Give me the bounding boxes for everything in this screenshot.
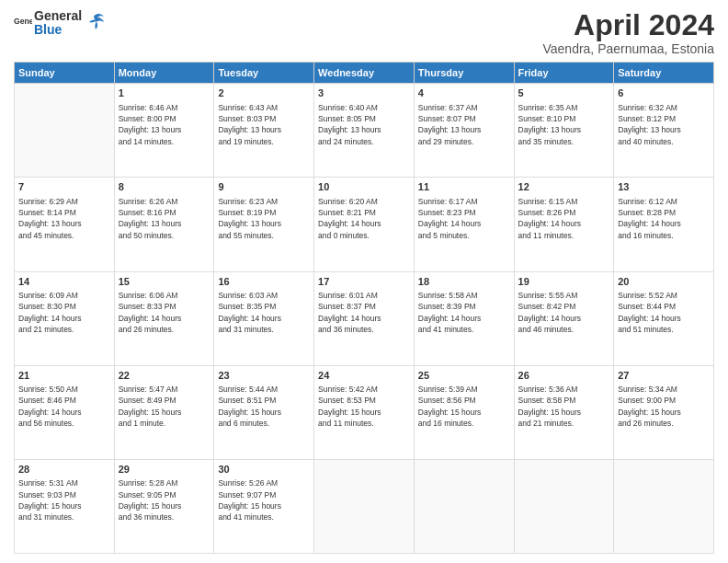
daylight-text: Daylight: 15 hours [18, 500, 110, 511]
daylight-text: and 26 minutes. [618, 418, 710, 429]
sunset-text: Sunset: 8:03 PM [218, 113, 310, 124]
sunset-text: Sunset: 8:19 PM [218, 207, 310, 218]
daylight-text: Daylight: 13 hours [518, 124, 610, 135]
calendar-week-row: 28Sunrise: 5:31 AMSunset: 9:03 PMDayligh… [15, 459, 714, 553]
day-info: Sunrise: 6:35 AMSunset: 8:10 PMDaylight:… [518, 102, 610, 147]
daylight-text: Daylight: 14 hours [318, 313, 410, 324]
calendar-cell: 21Sunrise: 5:50 AMSunset: 8:46 PMDayligh… [15, 365, 115, 459]
daylight-text: Daylight: 14 hours [119, 313, 210, 324]
sunset-text: Sunset: 8:14 PM [18, 207, 110, 218]
weekday-header: Wednesday [314, 63, 415, 84]
daylight-text: and 41 minutes. [418, 324, 510, 335]
day-number: 22 [119, 369, 210, 383]
sunrise-text: Sunrise: 6:03 AM [218, 290, 310, 301]
sunrise-text: Sunrise: 5:47 AM [119, 384, 210, 395]
sunset-text: Sunset: 8:00 PM [119, 113, 210, 124]
day-info: Sunrise: 5:34 AMSunset: 9:00 PMDaylight:… [618, 384, 710, 429]
daylight-text: Daylight: 13 hours [318, 124, 410, 135]
sunrise-text: Sunrise: 5:58 AM [418, 290, 510, 301]
page: General General Blue April 2024 Vaendra,… [0, 0, 728, 563]
daylight-text: and 41 minutes. [218, 511, 310, 523]
calendar-cell: 12Sunrise: 6:15 AMSunset: 8:26 PMDayligh… [514, 178, 614, 271]
sunrise-text: Sunrise: 6:29 AM [18, 196, 110, 207]
day-info: Sunrise: 5:39 AMSunset: 8:56 PMDaylight:… [418, 384, 510, 429]
sunset-text: Sunset: 8:51 PM [218, 395, 310, 406]
day-info: Sunrise: 6:32 AMSunset: 8:12 PMDaylight:… [618, 102, 710, 147]
sunset-text: Sunset: 9:00 PM [618, 395, 710, 406]
daylight-text: and 0 minutes. [318, 230, 410, 241]
sunrise-text: Sunrise: 5:50 AM [18, 384, 110, 395]
daylight-text: and 19 minutes. [218, 136, 310, 147]
day-info: Sunrise: 6:03 AMSunset: 8:35 PMDaylight:… [218, 290, 310, 335]
day-info: Sunrise: 6:29 AMSunset: 8:14 PMDaylight:… [18, 196, 110, 241]
daylight-text: Daylight: 14 hours [518, 218, 610, 229]
calendar-cell: 17Sunrise: 6:01 AMSunset: 8:37 PMDayligh… [314, 271, 415, 365]
sunset-text: Sunset: 8:10 PM [518, 113, 610, 124]
sunrise-text: Sunrise: 5:42 AM [318, 384, 410, 395]
daylight-text: and 35 minutes. [518, 136, 610, 147]
daylight-text: Daylight: 13 hours [218, 218, 310, 229]
calendar-table: SundayMondayTuesdayWednesdayThursdayFrid… [14, 62, 714, 554]
weekday-header: Thursday [414, 63, 514, 84]
calendar-cell: 2Sunrise: 6:43 AMSunset: 8:03 PMDaylight… [214, 84, 314, 178]
day-info: Sunrise: 5:31 AMSunset: 9:03 PMDaylight:… [18, 477, 110, 523]
daylight-text: and 1 minute. [119, 418, 210, 429]
day-info: Sunrise: 5:52 AMSunset: 8:44 PMDaylight:… [618, 290, 710, 335]
day-number: 27 [618, 369, 710, 383]
sunset-text: Sunset: 8:49 PM [119, 395, 210, 406]
sunrise-text: Sunrise: 6:46 AM [119, 102, 210, 113]
daylight-text: Daylight: 13 hours [119, 124, 210, 135]
day-info: Sunrise: 5:42 AMSunset: 8:53 PMDaylight:… [318, 384, 410, 429]
day-number: 9 [218, 180, 310, 194]
calendar-cell: 29Sunrise: 5:28 AMSunset: 9:05 PMDayligh… [114, 459, 214, 553]
day-info: Sunrise: 5:47 AMSunset: 8:49 PMDaylight:… [119, 384, 210, 429]
day-number: 12 [518, 180, 610, 194]
daylight-text: and 36 minutes. [318, 324, 410, 335]
sunset-text: Sunset: 8:53 PM [318, 395, 410, 406]
sunset-text: Sunset: 8:42 PM [518, 301, 610, 312]
day-number: 7 [18, 180, 110, 194]
calendar-cell [614, 459, 714, 553]
calendar-cell: 10Sunrise: 6:20 AMSunset: 8:21 PMDayligh… [314, 178, 415, 271]
daylight-text: and 56 minutes. [18, 418, 110, 429]
day-info: Sunrise: 6:17 AMSunset: 8:23 PMDaylight:… [418, 196, 510, 241]
sunrise-text: Sunrise: 6:23 AM [218, 196, 310, 207]
daylight-text: and 26 minutes. [119, 324, 210, 335]
weekday-header: Monday [114, 63, 214, 84]
daylight-text: and 6 minutes. [218, 418, 310, 429]
sunset-text: Sunset: 8:33 PM [119, 301, 210, 312]
daylight-text: and 5 minutes. [418, 230, 510, 241]
sunset-text: Sunset: 9:07 PM [218, 489, 310, 500]
calendar-cell: 15Sunrise: 6:06 AMSunset: 8:33 PMDayligh… [114, 271, 214, 365]
header: General General Blue April 2024 Vaendra,… [14, 9, 714, 56]
calendar-week-row: 7Sunrise: 6:29 AMSunset: 8:14 PMDaylight… [15, 178, 714, 271]
calendar-cell: 9Sunrise: 6:23 AMSunset: 8:19 PMDaylight… [214, 178, 314, 271]
day-number: 14 [18, 275, 110, 289]
daylight-text: and 16 minutes. [418, 418, 510, 429]
day-info: Sunrise: 6:43 AMSunset: 8:03 PMDaylight:… [218, 102, 310, 147]
daylight-text: and 31 minutes. [218, 324, 310, 335]
logo-icon: General [14, 12, 32, 30]
sunrise-text: Sunrise: 6:35 AM [518, 102, 610, 113]
daylight-text: Daylight: 15 hours [518, 407, 610, 418]
daylight-text: Daylight: 15 hours [618, 407, 710, 418]
sunrise-text: Sunrise: 5:34 AM [618, 384, 710, 395]
day-number: 13 [618, 180, 710, 194]
calendar-cell: 26Sunrise: 5:36 AMSunset: 8:58 PMDayligh… [514, 365, 614, 459]
sunrise-text: Sunrise: 6:32 AM [618, 102, 710, 113]
calendar-body: 1Sunrise: 6:46 AMSunset: 8:00 PMDaylight… [15, 84, 714, 554]
sunset-text: Sunset: 8:46 PM [18, 395, 110, 406]
day-number: 24 [318, 369, 410, 383]
daylight-text: and 24 minutes. [318, 136, 410, 147]
calendar-cell: 22Sunrise: 5:47 AMSunset: 8:49 PMDayligh… [114, 365, 214, 459]
calendar-cell: 8Sunrise: 6:26 AMSunset: 8:16 PMDaylight… [114, 178, 214, 271]
sunrise-text: Sunrise: 5:44 AM [218, 384, 310, 395]
sunset-text: Sunset: 8:12 PM [618, 113, 710, 124]
calendar-cell: 3Sunrise: 6:40 AMSunset: 8:05 PMDaylight… [314, 84, 415, 178]
day-info: Sunrise: 6:37 AMSunset: 8:07 PMDaylight:… [418, 102, 510, 147]
daylight-text: Daylight: 14 hours [218, 313, 310, 324]
day-info: Sunrise: 5:50 AMSunset: 8:46 PMDaylight:… [18, 384, 110, 429]
daylight-text: Daylight: 14 hours [518, 313, 610, 324]
day-info: Sunrise: 6:20 AMSunset: 8:21 PMDaylight:… [318, 196, 410, 241]
daylight-text: Daylight: 13 hours [119, 218, 210, 229]
